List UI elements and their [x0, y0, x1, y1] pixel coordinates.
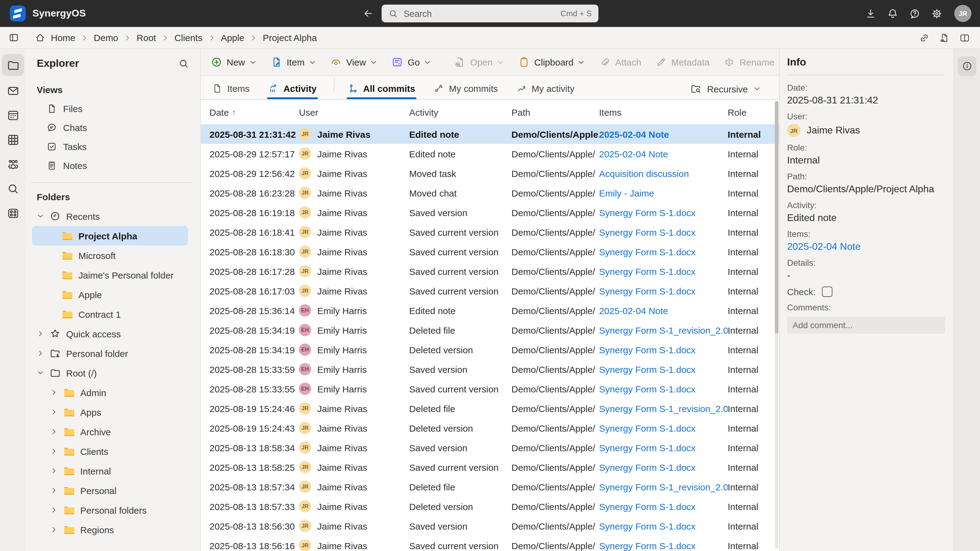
table-row[interactable]: 2025-08-13 18:56:16JRJaime RivasSaved cu… [201, 536, 779, 551]
item-link[interactable]: Synergy Form S-1.docx [599, 423, 695, 433]
folder-item-clients[interactable]: Clients [28, 441, 196, 461]
table-row[interactable]: 2025-08-13 18:58:34JRJaime RivasSaved ve… [201, 438, 779, 457]
tab-activity[interactable]: Activity [267, 83, 318, 99]
table-row[interactable]: 2025-08-28 15:33:55EHEmily HarrisSaved c… [201, 379, 779, 399]
item-link[interactable]: Synergy Form S-1.docx [599, 384, 695, 394]
table-row[interactable]: 2025-08-13 18:56:30JRJaime RivasSaved ve… [201, 516, 779, 536]
item-link[interactable]: Synergy Form S-1.docx [599, 364, 695, 375]
brand[interactable]: SynergyOS [10, 5, 86, 21]
item-link[interactable]: 2025-02-04 Note [599, 148, 668, 159]
item-link[interactable]: 2025-02-04 Note [599, 305, 668, 316]
breadcrumb-item[interactable]: Clients [174, 32, 202, 43]
sidebar-item-personal-folder[interactable]: Personal folder [28, 343, 196, 363]
folder-item-project-alpha[interactable]: Project Alpha [32, 226, 188, 246]
user-avatar[interactable]: JR [954, 5, 971, 22]
item-link[interactable]: Synergy Form S-1_revision_2.01 [599, 481, 728, 492]
help-icon[interactable] [909, 8, 921, 19]
folder-item-apps[interactable]: Apps [28, 402, 196, 422]
item-link[interactable]: 2025-02-04 Note [599, 129, 669, 139]
table-row[interactable]: 2025-08-28 16:17:28JRJaime RivasSaved cu… [201, 261, 779, 281]
go-button[interactable]: Go [392, 56, 431, 68]
folder-item-admin[interactable]: Admin [28, 383, 196, 402]
split-view-icon[interactable] [959, 32, 970, 43]
breadcrumb-item[interactable]: Project Alpha [263, 32, 317, 43]
chevron-right-icon[interactable] [50, 487, 57, 494]
item-link[interactable]: Synergy Form S-1_revision_2.01 [599, 325, 728, 335]
sidebar-item-files[interactable]: Files [28, 99, 196, 118]
table-row[interactable]: 2025-08-31 21:31:42JRJaime RivasEdited n… [201, 124, 779, 144]
rail-item-people[interactable] [2, 152, 24, 176]
chevron-right-icon[interactable] [37, 330, 44, 337]
table-row[interactable]: 2025-08-19 15:24:43JRJaime RivasDeleted … [201, 418, 779, 438]
chevron-down-icon[interactable] [37, 369, 44, 376]
open-button[interactable]: Open [454, 56, 504, 68]
info-toggle-button[interactable] [958, 56, 976, 76]
sidebar-item-chats[interactable]: Chats [28, 118, 196, 137]
item-link[interactable]: Synergy Form S-1_revision_2.01 [599, 403, 728, 414]
table-row[interactable]: 2025-08-13 18:57:34JRJaime RivasDeleted … [201, 477, 779, 497]
chevron-right-icon[interactable] [50, 467, 57, 475]
settings-icon[interactable] [931, 8, 943, 19]
breadcrumb-item[interactable]: Demo [94, 32, 118, 43]
table-row[interactable]: 2025-08-28 16:18:30JRJaime RivasSaved cu… [201, 242, 779, 261]
breadcrumb-item[interactable]: Root [137, 32, 156, 43]
back-icon[interactable] [363, 8, 374, 19]
check-checkbox[interactable] [822, 286, 832, 297]
table-row[interactable]: 2025-08-28 15:34:19EHEmily HarrisDeleted… [201, 320, 779, 340]
folder-item-regions[interactable]: Regions [28, 520, 196, 539]
rail-item-calendar[interactable] [2, 103, 24, 127]
chevron-right-icon[interactable] [50, 506, 57, 514]
document-link-icon[interactable] [939, 32, 950, 43]
folder-item-microsoft[interactable]: Microsoft [32, 246, 188, 265]
folder-item-personal[interactable]: Personal [28, 481, 196, 500]
chevron-right-icon[interactable] [50, 389, 57, 396]
column-header-activity[interactable]: Activity [409, 107, 511, 117]
folder-item-archive[interactable]: Archive [28, 422, 196, 441]
home-icon[interactable] [35, 32, 45, 43]
item-link[interactable]: Synergy Form S-1.docx [599, 540, 695, 551]
column-header-items[interactable]: Items [599, 107, 728, 117]
item-link[interactable]: Synergy Form S-1.docx [599, 462, 695, 472]
item-link[interactable]: Synergy Form S-1.docx [599, 442, 695, 453]
sidebar-item-quick-access[interactable]: Quick access [28, 324, 196, 343]
folder-item-personal-folders[interactable]: Personal folders [28, 500, 196, 520]
sidebar-toggle-icon[interactable] [9, 32, 19, 43]
table-row[interactable]: 2025-08-29 12:57:17JRJaime RivasEdited n… [201, 144, 779, 164]
chevron-right-icon[interactable] [37, 349, 44, 357]
folder-item-contract-1[interactable]: Contract 1 [32, 304, 188, 324]
folder-item-apple[interactable]: Apple [32, 285, 188, 304]
recursive-filter[interactable]: Recursive [690, 83, 761, 99]
sidebar-item-root[interactable]: Root (/) [28, 363, 196, 383]
item-link[interactable]: Synergy Form S-1.docx [599, 227, 695, 237]
sidebar-item-recents[interactable]: Recents [28, 206, 196, 226]
item-link[interactable]: Synergy Form S-1.docx [599, 207, 695, 218]
info-item-link[interactable]: 2025-02-04 Note [787, 241, 945, 252]
notifications-icon[interactable] [887, 8, 899, 19]
chevron-down-icon[interactable] [37, 213, 44, 220]
column-header-user[interactable]: User [299, 107, 409, 117]
chevron-right-icon[interactable] [50, 428, 57, 435]
sidebar-item-tasks[interactable]: Tasks [28, 137, 196, 156]
item-button[interactable]: Item [271, 56, 316, 68]
tab-my-commits[interactable]: My commits [433, 83, 499, 99]
clipboard-button[interactable]: Clipboard [518, 56, 585, 68]
table-row[interactable]: 2025-08-29 12:56:42JRJaime RivasMoved ta… [201, 164, 779, 183]
table-row[interactable]: 2025-08-28 15:34:19EHEmily HarrisDeleted… [201, 340, 779, 359]
column-header-path[interactable]: Path [511, 107, 599, 117]
copy-link-icon[interactable] [919, 32, 930, 43]
table-row[interactable]: 2025-08-28 15:36:14EHEmily HarrisEdited … [201, 301, 779, 320]
folder-item-jaime-s-personal-folder[interactable]: Jaime's Personal folder [32, 265, 188, 285]
table-row[interactable]: 2025-08-28 16:23:28JRJaime RivasMoved ch… [201, 183, 779, 203]
new-button[interactable]: New [211, 56, 257, 68]
sidebar-search-icon[interactable] [178, 58, 189, 69]
item-link[interactable]: Synergy Form S-1.docx [599, 286, 695, 296]
rail-item-apps[interactable] [2, 201, 24, 225]
item-link[interactable]: Emily - Jaime [599, 187, 654, 198]
rail-item-mail[interactable] [2, 78, 24, 103]
sidebar-item-notes[interactable]: Notes [28, 156, 196, 175]
table-row[interactable]: 2025-08-13 18:57:33JRJaime RivasDeleted … [201, 497, 779, 516]
table-row[interactable]: 2025-08-28 15:33:59EHEmily HarrisSaved v… [201, 359, 779, 379]
download-icon[interactable] [865, 8, 877, 19]
item-link[interactable]: Acquisition discussion [599, 168, 689, 178]
view-button[interactable]: View [330, 56, 378, 68]
